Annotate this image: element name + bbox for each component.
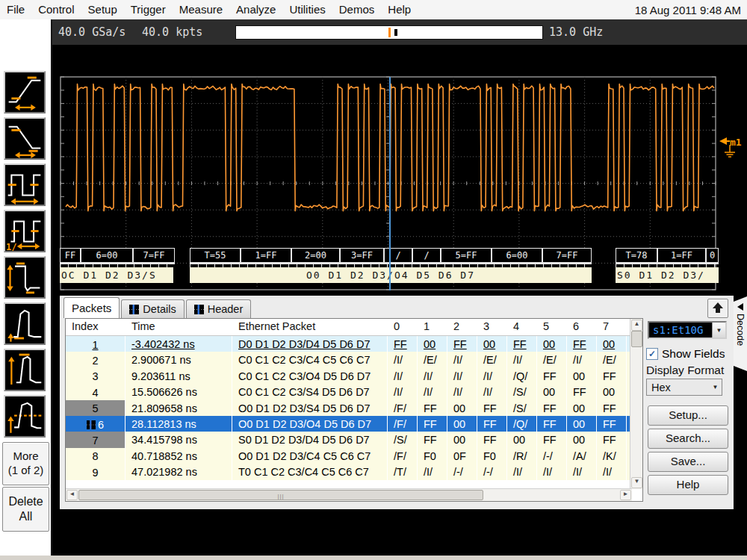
packet-row-3[interactable]: 39.203611 nsC0 C1 C2 C3/O4 D5 D6 D7/I//I… — [66, 368, 642, 384]
menu-measure[interactable]: Measure — [173, 0, 229, 19]
more-button[interactable]: More (1 of 2) — [2, 442, 49, 485]
waveform-display[interactable]: FF6=007=FFT=551=FF2=003=FF//5=FF6=007=FF… — [58, 46, 719, 294]
packet-row-7[interactable]: 734.415798 nsS0 D1 D2 D3/D4 D5 D6 D7/S/F… — [66, 432, 642, 447]
cell-time: 15.506626 ns — [125, 384, 232, 399]
cell-time: 40.718852 ns — [125, 448, 232, 464]
cell-packet: C0 C1 C2 C3/O4 D5 D6 D7 — [232, 368, 388, 384]
display-format-dropdown[interactable]: Hex ▼ — [646, 379, 722, 396]
cell-byte-0: /I/ — [388, 368, 418, 384]
cell-byte-3: FF — [477, 432, 507, 447]
hscroll-thumb[interactable]: ||| — [78, 490, 483, 500]
search-button[interactable]: Search... — [648, 429, 728, 449]
cell-byte-1: FF — [418, 416, 447, 432]
menu-demos[interactable]: Demos — [332, 0, 382, 19]
decode-field: 1=FF — [657, 248, 706, 263]
cell-byte-6: 00 — [567, 400, 597, 416]
cell-byte-6: /I/ — [567, 352, 597, 367]
column-header-2[interactable]: 2 — [447, 319, 477, 335]
cell-byte-3: /-/ — [477, 464, 507, 479]
cell-packet: S0 D1 D2 D3/D4 D5 D6 D7 — [232, 432, 388, 447]
oscilloscope-app: { "menu": { "items": ["File","Control","… — [0, 0, 747, 560]
decode-side-tab[interactable]: Decode — [734, 296, 747, 371]
packet-row-2[interactable]: 22.900671 nsC0 C1 C2 C3/C4 C5 C6 C7/I//E… — [66, 352, 642, 367]
decode-field: T=55 — [190, 248, 241, 263]
measure-period-button[interactable] — [4, 164, 46, 206]
column-header-ethernet-packet[interactable]: Ethernet Packet — [232, 319, 388, 335]
tab-details[interactable]: Details — [121, 299, 184, 318]
decode-field-group: T=781=FF0 — [616, 248, 719, 263]
menu-help[interactable]: Help — [381, 0, 418, 19]
column-header-0[interactable]: 0 — [388, 319, 418, 335]
cell-packet: T0 C1 C2 C3/C4 C5 C6 C7 — [232, 464, 388, 479]
menu-file[interactable]: File — [0, 0, 31, 19]
bus-selector-dropdown[interactable]: s1:Et10G ▼ — [648, 321, 727, 339]
acquisition-position-marker[interactable] — [388, 28, 391, 37]
delete-all-button[interactable]: Delete All — [2, 487, 49, 532]
cell-byte-6: FF — [567, 384, 597, 399]
collapse-panel-button[interactable] — [707, 299, 728, 318]
decode-field: 2=00 — [291, 248, 340, 263]
horizontal-scrollbar[interactable]: ◄ ||| ► — [66, 488, 632, 501]
packet-row-5[interactable]: 521.809658 nsO0 D1 D2 D3/S4 D5 D6 D7/F/F… — [66, 400, 642, 416]
column-header-time[interactable]: Time — [125, 319, 232, 335]
cell-packet: C0 C1 C2 C3/S4 D5 D6 D7 — [232, 384, 388, 399]
marker-m1[interactable]: m1 — [719, 134, 744, 164]
show-fields-checkbox[interactable]: ✓ Show Fields — [646, 347, 725, 361]
packet-row-6[interactable]: 628.112813 nsO0 D1 D2 D3/O4 D5 D6 D7/F/F… — [66, 416, 642, 432]
scroll-right-button[interactable]: ► — [620, 490, 631, 500]
packet-row-9[interactable]: 947.021982 nsT0 C1 C2 C3/C4 C5 C6 C7/T//… — [66, 464, 642, 479]
measure-top-button[interactable] — [4, 349, 46, 391]
cell-byte-0: /I/ — [388, 352, 418, 367]
column-header-1[interactable]: 1 — [418, 319, 447, 335]
svg-text:1/: 1/ — [6, 242, 17, 251]
cell-byte-4: /I/ — [507, 352, 537, 367]
measure-fall-time-button[interactable] — [4, 117, 46, 160]
cell-byte-0: /T/ — [388, 464, 418, 479]
packet-row-4[interactable]: 415.506626 nsC0 C1 C2 C3/S4 D5 D6 D7/I//… — [66, 384, 642, 399]
time-cursor[interactable] — [389, 77, 391, 290]
table-body: 1-3.402432 nsD0 D1 D2 D3/D4 D5 D6 D7FF00… — [66, 336, 642, 480]
measure-rise-time-button[interactable] — [4, 71, 46, 113]
scroll-down-button[interactable]: ▼ — [631, 477, 642, 488]
cell-byte-6: /A/ — [567, 448, 597, 464]
menu-setup[interactable]: Setup — [81, 0, 124, 19]
menu-analyze[interactable]: Analyze — [229, 0, 282, 19]
cell-time: 34.415798 ns — [125, 432, 232, 447]
measure-fall-amplitude-button[interactable] — [4, 256, 46, 299]
menu-trigger[interactable]: Trigger — [124, 0, 173, 19]
help-button[interactable]: Help — [648, 475, 728, 495]
decode-field: 1=FF — [241, 248, 291, 263]
measure-average-button[interactable] — [4, 395, 46, 438]
vertical-scrollbar[interactable]: ▲ ▼ — [630, 319, 642, 489]
packet-table[interactable]: IndexTimeEthernet Packet01234567 1-3.402… — [65, 318, 643, 502]
setup-button[interactable]: Setup... — [648, 405, 728, 426]
table-header: IndexTimeEthernet Packet01234567 — [66, 319, 642, 336]
column-header-6[interactable]: 6 — [567, 319, 597, 335]
column-header-index[interactable]: Index — [66, 319, 125, 335]
vscroll-thumb[interactable] — [631, 331, 642, 347]
menu-control[interactable]: Control — [31, 0, 81, 19]
measure-frequency-button[interactable]: 1/ — [4, 210, 46, 252]
decode-field: 0 — [706, 248, 719, 263]
acquisition-position-bar[interactable] — [235, 25, 543, 40]
cell-byte-1: 00 — [418, 336, 447, 352]
measure-base-button[interactable] — [4, 302, 46, 345]
column-header-4[interactable]: 4 — [507, 319, 537, 335]
tab-header[interactable]: Header — [186, 299, 252, 318]
column-header-5[interactable]: 5 — [537, 319, 567, 335]
packet-row-1[interactable]: 1-3.402432 nsD0 D1 D2 D3/D4 D5 D6 D7FF00… — [66, 336, 642, 352]
cell-byte-3: F0 — [477, 448, 507, 464]
bus-dropdown-button[interactable]: ▼ — [712, 323, 725, 337]
column-header-3[interactable]: 3 — [477, 319, 507, 335]
cell-byte-5: FF — [537, 400, 567, 416]
menu-utilities[interactable]: Utilities — [282, 0, 332, 19]
scroll-up-button[interactable]: ▲ — [631, 320, 642, 331]
tab-packets[interactable]: Packets — [63, 297, 120, 318]
cell-packet: O0 D1 D2 D3/C4 C5 C6 C7 — [232, 448, 388, 464]
bus-selector-value: s1:Et10G — [649, 323, 712, 337]
column-header-7[interactable]: 7 — [597, 319, 627, 335]
scroll-left-button[interactable]: ◄ — [66, 490, 78, 500]
packet-row-8[interactable]: 840.718852 nsO0 D1 D2 D3/C4 C5 C6 C7/F/F… — [66, 448, 642, 464]
save-button[interactable]: Save... — [648, 452, 728, 472]
decode-field: / — [412, 248, 441, 263]
